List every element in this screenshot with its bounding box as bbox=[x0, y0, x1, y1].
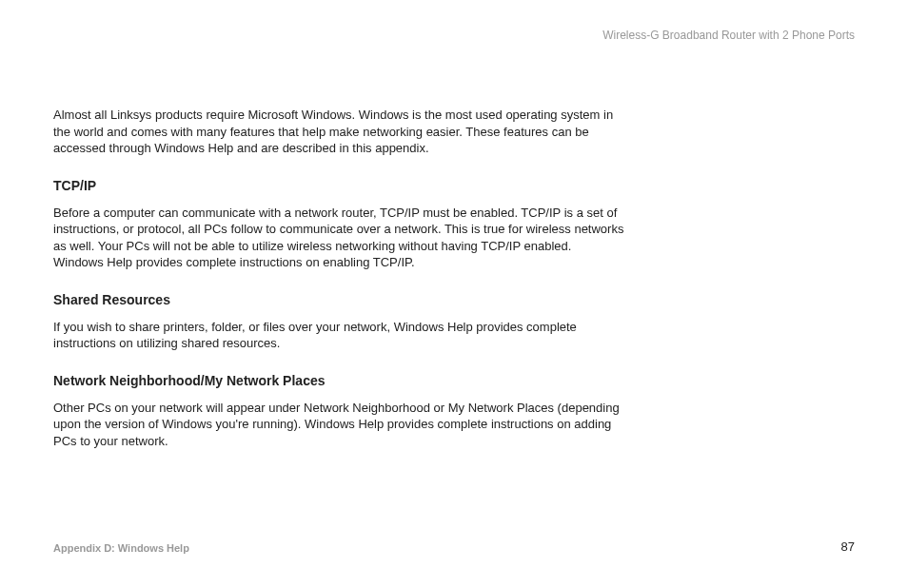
footer-appendix: Appendix D: Windows Help bbox=[53, 542, 189, 554]
section-body-tcpip: Before a computer can communicate with a… bbox=[53, 205, 624, 271]
document-header: Wireless-G Broadband Router with 2 Phone… bbox=[602, 29, 855, 42]
intro-paragraph: Almost all Linksys products require Micr… bbox=[53, 107, 624, 157]
section-heading-tcpip: TCP/IP bbox=[53, 178, 624, 193]
footer-page-number: 87 bbox=[841, 539, 855, 554]
main-content: Almost all Linksys products require Micr… bbox=[53, 107, 624, 471]
section-heading-network-neighborhood: Network Neighborhood/My Network Places bbox=[53, 373, 624, 388]
section-body-shared-resources: If you wish to share printers, folder, o… bbox=[53, 319, 624, 352]
section-heading-shared-resources: Shared Resources bbox=[53, 292, 624, 307]
header-title: Wireless-G Broadband Router with 2 Phone… bbox=[602, 29, 855, 42]
section-body-network-neighborhood: Other PCs on your network will appear un… bbox=[53, 400, 624, 450]
